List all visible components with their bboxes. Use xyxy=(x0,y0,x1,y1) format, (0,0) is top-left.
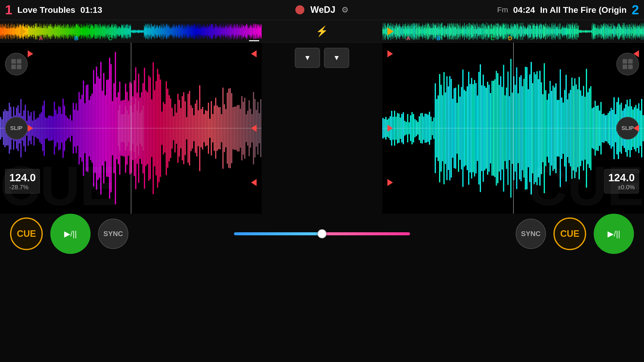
crossfader-thumb[interactable] xyxy=(317,229,327,238)
deck2-header: Fm 04:24 In All The Fire (Origin 2 xyxy=(382,2,644,17)
deck2-time: 04:24 xyxy=(513,5,535,15)
waveform-center-panel: ⚡ xyxy=(262,20,382,42)
arrow-bot-left-2 xyxy=(387,179,393,186)
deck1-bpm-change: -28.7% xyxy=(9,184,36,191)
squares-inner-right xyxy=(623,59,633,69)
dropdown-buttons: ▼ ▼ xyxy=(295,48,349,68)
deck2-title: In All The Fire (Origin xyxy=(540,5,627,15)
settings-icon[interactable]: ⚙ xyxy=(341,5,349,15)
deck1-buttons: CUE ▶/|| SYNC xyxy=(10,214,161,254)
arrow-mid-left-2 xyxy=(387,125,393,132)
wedj-logo: WeDJ xyxy=(310,5,335,15)
crossfader-area xyxy=(161,232,483,235)
crossfader-right-fill xyxy=(326,232,410,235)
arrow-top-right-2 xyxy=(633,50,639,57)
arrow-mid-right-1 xyxy=(251,125,257,132)
deck1-bpm-display: 124.0 -28.7% xyxy=(5,169,40,194)
playhead-left xyxy=(131,43,131,214)
arrow-top-left-2 xyxy=(387,50,393,57)
deck2-sync-button[interactable]: SYNC xyxy=(516,219,546,249)
deck2-key: Fm xyxy=(497,6,508,14)
deck1-bpm: 124.0 xyxy=(9,172,36,184)
waveform-overview-bar: A B C ⚡ A B C D xyxy=(0,20,644,43)
bottom-controls: CUE ▶/|| SYNC SYNC CUE ▶/|| xyxy=(0,214,644,254)
cue-a-right: A xyxy=(406,35,410,42)
crossfader[interactable] xyxy=(234,232,410,235)
deck2-bpm: 124.0 xyxy=(608,172,635,184)
center-controls: ▼ ▼ xyxy=(262,43,382,214)
deck1-title: Love Troubles xyxy=(17,5,75,15)
waveform-overview-left[interactable]: A B C xyxy=(0,20,262,42)
top-bar: 1 Love Troubles 01:13 WeDJ ⚙ Fm 04:24 In… xyxy=(0,0,644,20)
deck1-sync-button[interactable]: SYNC xyxy=(98,219,128,249)
main-area: CUE SLIP 124.0 -28.7% ▼ ▼ xyxy=(0,43,644,214)
cue-b-left: B xyxy=(74,35,78,42)
deck2-waveform[interactable]: CUE SLIP 124.0 ±0.0% xyxy=(382,43,644,214)
deck1-squares[interactable] xyxy=(5,53,28,75)
sync-wave-icon: ⚡ xyxy=(316,25,328,37)
record-button[interactable] xyxy=(295,5,304,14)
cue-c-right: C xyxy=(491,35,495,42)
arrow-mid-right-2 xyxy=(633,125,639,132)
playhead-right xyxy=(513,43,514,214)
deck1-number: 1 xyxy=(5,2,12,17)
playhead-marker-left xyxy=(249,40,259,41)
deck2-cue-button[interactable]: CUE xyxy=(553,217,586,250)
arrow-mid-left-1 xyxy=(28,125,33,132)
deck1-slip-button[interactable]: SLIP xyxy=(5,117,28,140)
arrow-top-right-1 xyxy=(251,50,257,57)
squares-inner-left xyxy=(11,59,21,69)
deck1-cue-button[interactable]: CUE xyxy=(10,217,43,250)
deck1-play-button[interactable]: ▶/|| xyxy=(50,214,91,254)
start-marker-right xyxy=(387,27,393,35)
deck2-bpm-display: 124.0 ±0.0% xyxy=(604,169,639,194)
deck1-waveform[interactable]: CUE SLIP 124.0 -28.7% xyxy=(0,43,262,214)
cue-d-right: D xyxy=(508,35,512,42)
deck2-bpm-change: ±0.0% xyxy=(608,184,635,191)
cue-b-right: B xyxy=(436,35,440,42)
cue-a-left: A xyxy=(39,35,43,42)
arrow-top-left-1 xyxy=(28,50,33,57)
deck1-dropdown-button[interactable]: ▼ xyxy=(295,48,320,68)
deck2-dropdown-button[interactable]: ▼ xyxy=(324,48,349,68)
cue-c-left: C xyxy=(108,35,112,42)
crossfader-left-fill xyxy=(234,232,318,235)
deck1-header: 1 Love Troubles 01:13 xyxy=(0,2,262,17)
deck2-number: 2 xyxy=(632,2,639,17)
deck1-time: 01:13 xyxy=(80,5,102,15)
waveform-overview-right[interactable]: A B C D xyxy=(382,20,644,42)
start-marker-left xyxy=(20,27,26,35)
arrow-bot-right-1 xyxy=(251,179,257,186)
deck2-buttons: SYNC CUE ▶/|| xyxy=(483,214,634,254)
deck2-play-button[interactable]: ▶/|| xyxy=(594,214,634,254)
center-top: WeDJ ⚙ xyxy=(262,5,382,15)
